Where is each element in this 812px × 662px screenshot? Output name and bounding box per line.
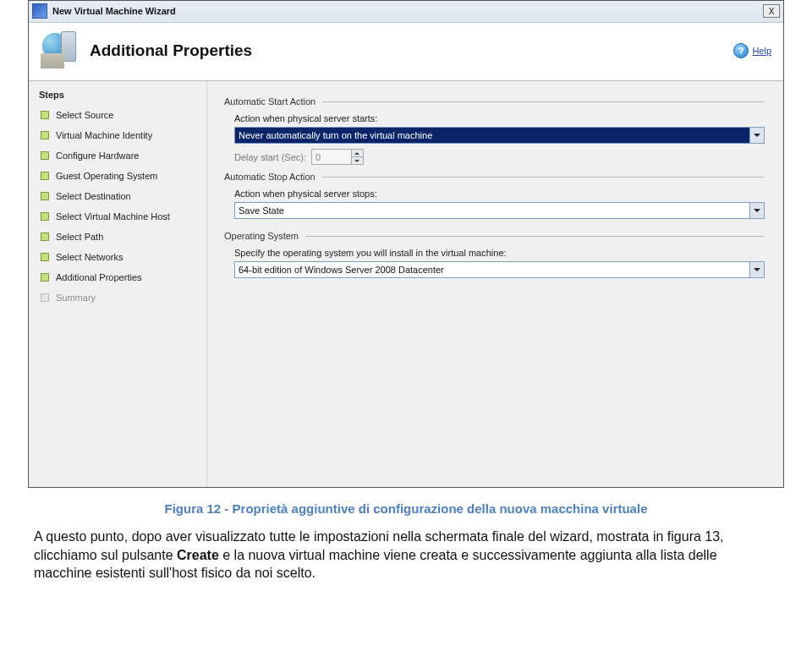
step-bullet-icon <box>41 293 49 302</box>
label-stop-action: Action when physical server stops: <box>234 189 765 199</box>
divider <box>322 177 765 178</box>
banner: Additional Properties ? Help <box>29 23 783 81</box>
step-bullet-icon <box>41 233 49 241</box>
group-os: Operating System <box>224 231 765 241</box>
step-summary: Summary <box>39 287 200 308</box>
step-bullet-icon <box>41 273 49 282</box>
group-auto-stop: Automatic Stop Action <box>224 172 765 182</box>
stop-action-value: Save State <box>235 203 749 218</box>
step-label: Guest Operating System <box>56 171 157 181</box>
start-action-value: Never automatically turn on the virtual … <box>235 128 749 143</box>
step-label: Select Source <box>56 110 113 120</box>
group-title: Operating System <box>224 231 299 241</box>
dropdown-arrow-icon[interactable] <box>749 128 764 143</box>
step-label: Virtual Machine Identity <box>56 130 152 140</box>
step-bullet-icon <box>41 151 49 160</box>
dropdown-arrow-icon[interactable] <box>749 262 764 277</box>
delay-row: Delay start (Sec): <box>234 149 765 165</box>
spin-down-button[interactable] <box>351 156 363 164</box>
app-icon <box>32 3 47 19</box>
help-icon[interactable]: ? <box>733 43 749 58</box>
group-title: Automatic Start Action <box>224 96 315 107</box>
step-guest-os[interactable]: Guest Operating System <box>39 166 200 186</box>
start-action-select[interactable]: Never automatically turn on the virtual … <box>234 127 765 144</box>
close-icon: X <box>769 7 775 16</box>
desc-bold: Create <box>177 548 219 562</box>
step-label: Select Networks <box>56 252 123 262</box>
label-os: Specify the operating system you will in… <box>234 248 765 258</box>
dropdown-arrow-icon[interactable] <box>749 203 764 218</box>
step-label: Configure Hardware <box>56 150 139 161</box>
step-configure-hardware[interactable]: Configure Hardware <box>39 145 200 166</box>
wizard-icon <box>39 31 78 70</box>
spin-up-button[interactable] <box>351 150 363 156</box>
step-bullet-icon <box>41 253 49 261</box>
group-title: Automatic Stop Action <box>224 172 315 182</box>
main-panel: Automatic Start Action Action when physi… <box>207 81 783 487</box>
close-button[interactable]: X <box>763 4 780 18</box>
os-value: 64-bit edition of Windows Server 2008 Da… <box>235 262 749 277</box>
step-label: Summary <box>56 293 96 303</box>
step-bullet-icon <box>41 131 49 140</box>
step-bullet-icon <box>41 192 49 200</box>
delay-spinner[interactable] <box>311 149 364 165</box>
step-label: Additional Properties <box>56 272 142 282</box>
delay-input[interactable] <box>312 150 351 164</box>
stop-action-select[interactable]: Save State <box>234 202 765 219</box>
divider <box>322 101 765 102</box>
step-select-destination[interactable]: Select Destination <box>39 186 200 206</box>
step-bullet-icon <box>41 172 49 180</box>
step-vm-identity[interactable]: Virtual Machine Identity <box>39 125 200 145</box>
step-label: Select Destination <box>56 191 131 201</box>
group-auto-start: Automatic Start Action <box>224 96 765 107</box>
step-select-networks[interactable]: Select Networks <box>39 247 200 267</box>
wizard-window: New Virtual Machine Wizard X Additional … <box>28 0 784 488</box>
steps-header: Steps <box>39 90 200 105</box>
figure-caption: Figura 12 - Proprietà aggiuntive di conf… <box>34 501 778 516</box>
step-label: Select Virtual Machine Host <box>56 211 170 222</box>
window-title: New Virtual Machine Wizard <box>52 6 176 16</box>
step-label: Select Path <box>56 232 103 242</box>
help-link[interactable]: Help <box>752 46 771 56</box>
titlebar: New Virtual Machine Wizard X <box>29 1 783 23</box>
step-select-source[interactable]: Select Source <box>39 105 200 125</box>
figure-description: A questo punto, dopo aver visualizzato t… <box>34 528 778 583</box>
page-title: Additional Properties <box>90 41 252 60</box>
step-bullet-icon <box>41 212 49 221</box>
divider <box>305 236 765 237</box>
step-select-host[interactable]: Select Virtual Machine Host <box>39 206 200 227</box>
step-additional-properties[interactable]: Additional Properties <box>39 267 200 287</box>
step-bullet-icon <box>41 111 49 119</box>
label-delay: Delay start (Sec): <box>234 152 306 162</box>
step-select-path[interactable]: Select Path <box>39 227 200 247</box>
steps-sidebar: Steps Select Source Virtual Machine Iden… <box>29 81 207 487</box>
label-start-action: Action when physical server starts: <box>234 113 765 123</box>
os-select[interactable]: 64-bit edition of Windows Server 2008 Da… <box>234 261 765 278</box>
